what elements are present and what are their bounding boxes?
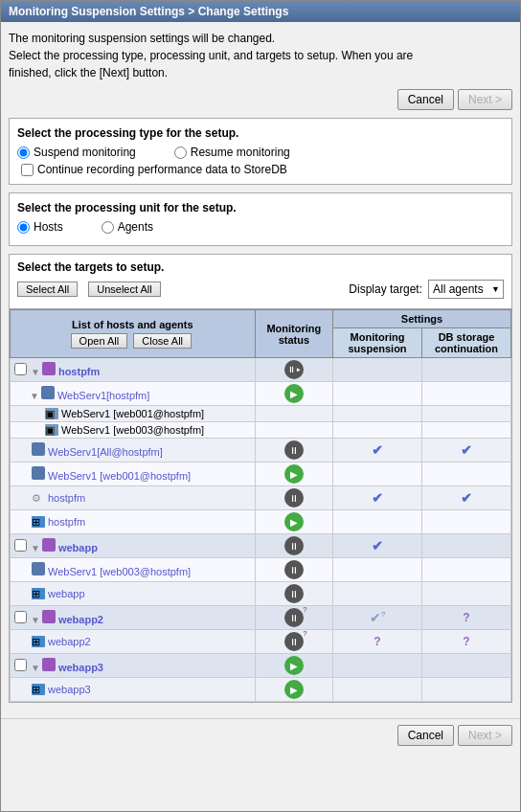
processing-type-options: Suspend monitoring Resume monitoring bbox=[17, 146, 504, 159]
pause-icon-inner: ⏸ bbox=[284, 488, 304, 508]
suspend-monitoring-option[interactable]: Suspend monitoring bbox=[17, 146, 136, 159]
hosts-option[interactable]: Hosts bbox=[17, 220, 63, 234]
host-node-icon bbox=[42, 658, 56, 671]
monitoring-status-header: Monitoring status bbox=[255, 310, 332, 358]
pause-icon: ⏸ bbox=[284, 536, 304, 555]
mon-suspension-cell: ✔? bbox=[333, 606, 422, 630]
agent-name-text: webapp2 bbox=[48, 636, 91, 647]
table-container: List of hosts and agents Open All Close … bbox=[10, 308, 511, 702]
status-cell: ▶ bbox=[255, 654, 332, 678]
question-icon: ? bbox=[463, 635, 469, 648]
table-row: ⊞hostpfm▶ bbox=[11, 510, 511, 534]
resume-monitoring-option[interactable]: Resume monitoring bbox=[174, 146, 290, 159]
check-icon: ✔ bbox=[372, 442, 383, 458]
status-cell: ▶ bbox=[255, 382, 332, 406]
display-target-row: Display target: All agents bbox=[349, 280, 504, 299]
row-checkbox[interactable] bbox=[14, 363, 27, 375]
row-checkbox[interactable] bbox=[14, 539, 27, 552]
row-checkbox[interactable] bbox=[14, 659, 27, 671]
windows-node-icon: ⊞ bbox=[32, 588, 45, 599]
mon-suspension-cell: ✔ bbox=[333, 439, 422, 462]
list-header: List of hosts and agents Open All Close … bbox=[11, 310, 256, 358]
table-row: WebServ1[All@hostpfm] ⏸✔✔ bbox=[11, 439, 511, 462]
mon-suspension-cell bbox=[333, 510, 422, 534]
display-target-select[interactable]: All agents bbox=[428, 280, 504, 299]
db-storage-cell bbox=[422, 654, 511, 678]
suspend-radio[interactable] bbox=[17, 147, 30, 159]
expand-icon[interactable]: ▼ bbox=[31, 663, 40, 673]
targets-controls: Select All Unselect All Display target: … bbox=[17, 280, 504, 299]
table-row: ▼WebServ1[hostpfm]▶ bbox=[11, 382, 511, 406]
table-row: ⊞webapp3▶ bbox=[11, 678, 511, 702]
agent-name-text: hostpfm bbox=[48, 492, 85, 504]
targets-title: Select the targets to setup. bbox=[17, 260, 504, 274]
select-all-button[interactable]: Select All bbox=[17, 282, 78, 297]
db-storage-subheader: DB storage continuation bbox=[422, 328, 511, 358]
list-header-text: List of hosts and agents bbox=[14, 319, 251, 330]
main-window: Monitoring Suspension Settings > Change … bbox=[0, 0, 521, 812]
next-button-top[interactable]: Next > bbox=[458, 89, 512, 110]
db-storage-cell: ✔ bbox=[422, 486, 511, 510]
agent-name-text: WebServ1 [web001@hostpfm] bbox=[48, 470, 191, 482]
subagent-name-text: WebServ1 [web001@hostpfm] bbox=[61, 408, 204, 419]
host-name-text: webapp2 bbox=[58, 614, 103, 625]
settings-header: Settings bbox=[333, 310, 511, 328]
cancel-button-top[interactable]: Cancel bbox=[397, 89, 454, 110]
table-row: ▼webapp2⏸?✔?? bbox=[11, 606, 511, 630]
continue-recording-checkbox[interactable] bbox=[21, 164, 34, 176]
mon-suspension-cell bbox=[333, 558, 422, 582]
expand-icon[interactable]: ▼ bbox=[31, 367, 40, 377]
hosts-agents-table: List of hosts and agents Open All Close … bbox=[10, 309, 511, 702]
mon-suspension-cell: ✔ bbox=[333, 486, 422, 510]
agents-option[interactable]: Agents bbox=[102, 220, 153, 234]
close-all-button[interactable]: Close All bbox=[133, 333, 192, 349]
expand-icon[interactable]: ▼ bbox=[31, 615, 40, 625]
pause-partial-icon: ⏸ bbox=[284, 440, 304, 460]
pause-icon: ⏸ bbox=[284, 560, 304, 579]
display-target-label: Display target: bbox=[349, 282, 422, 296]
mon-suspension-cell: ? bbox=[333, 630, 422, 654]
name-cell: WebServ1 [web003@hostpfm] bbox=[11, 558, 256, 582]
name-cell: ▣WebServ1 [web003@hostpfm] bbox=[11, 422, 256, 439]
next-button-bottom[interactable]: Next > bbox=[458, 725, 512, 746]
status-cell: ⏸ bbox=[255, 582, 332, 606]
targets-section: Select the targets to setup. Select All … bbox=[9, 254, 512, 703]
db-storage-cell bbox=[422, 582, 511, 606]
question-icon: ? bbox=[463, 611, 469, 624]
agent-name-text: WebServ1[hostpfm] bbox=[57, 390, 149, 401]
pause-icon: ⏸ bbox=[284, 584, 304, 603]
resume-radio[interactable] bbox=[174, 147, 187, 159]
continue-recording-option[interactable]: Continue recording performance data to S… bbox=[21, 163, 504, 176]
db-storage-cell bbox=[422, 678, 511, 702]
hosts-radio[interactable] bbox=[17, 221, 30, 234]
agent-node-icon bbox=[32, 466, 45, 480]
row-checkbox[interactable] bbox=[14, 611, 27, 623]
host-name-text: hostpfm bbox=[58, 366, 100, 377]
windows-node-icon: ⊞ bbox=[32, 684, 45, 695]
mon-suspension-cell bbox=[333, 462, 422, 486]
cancel-button-bottom[interactable]: Cancel bbox=[397, 725, 454, 746]
status-cell: ▶ bbox=[255, 462, 332, 486]
host-name-text: webapp bbox=[58, 542, 98, 553]
unselect-all-button[interactable]: Unselect All bbox=[88, 282, 160, 297]
processing-unit-options: Hosts Agents bbox=[17, 220, 504, 234]
table-row: ⚙hostpfm⏸✔✔ bbox=[11, 486, 511, 510]
processing-unit-title: Select the processing unit for the setup… bbox=[17, 201, 504, 214]
status-cell: ▶ bbox=[255, 678, 332, 702]
mon-suspension-cell: ✔ bbox=[333, 534, 422, 558]
mon-suspension-cell bbox=[333, 678, 422, 702]
processing-type-section: Select the processing type for the setup… bbox=[9, 118, 512, 185]
agents-radio[interactable] bbox=[102, 221, 114, 234]
pause-q-icon: ⏸? bbox=[284, 632, 304, 651]
check-icon: ✔ bbox=[372, 538, 383, 553]
table-header-row: List of hosts and agents Open All Close … bbox=[11, 310, 511, 328]
status-cell: ⏸▶ bbox=[255, 358, 332, 382]
expand-icon[interactable]: ▼ bbox=[30, 391, 39, 401]
agent-name-text: WebServ1 [web003@hostpfm] bbox=[48, 566, 191, 577]
table-row: ▣WebServ1 [web003@hostpfm] bbox=[11, 422, 511, 439]
table-row: ▼webapp⏸✔ bbox=[11, 534, 511, 558]
open-all-button[interactable]: Open All bbox=[71, 333, 128, 349]
db-storage-cell: ? bbox=[422, 606, 511, 630]
name-cell: ▼webapp bbox=[11, 534, 256, 558]
expand-icon[interactable]: ▼ bbox=[31, 543, 40, 553]
